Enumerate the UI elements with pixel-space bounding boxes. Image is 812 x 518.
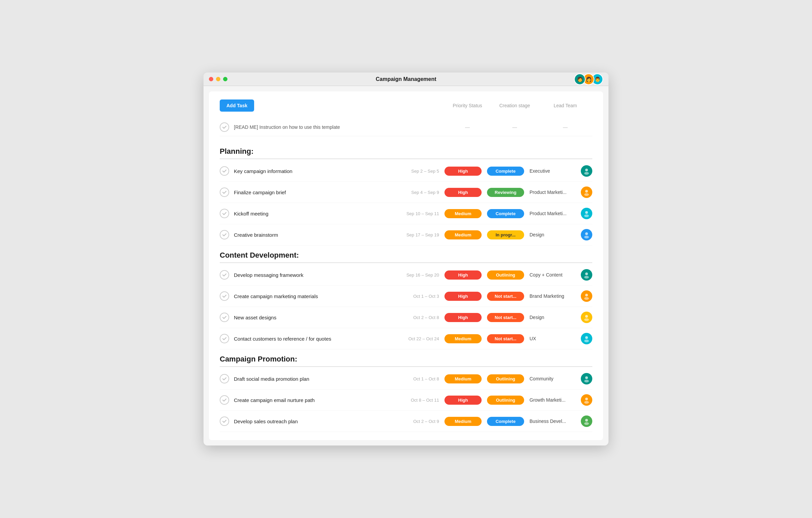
instruction-dashes: — — — — [444, 124, 592, 130]
priority-badge[interactable]: High — [444, 313, 482, 322]
status-badge[interactable]: Outlining — [487, 374, 524, 383]
task-name: Kickoff meeting — [234, 211, 390, 217]
table-row[interactable]: Create campaign email nurture path Oct 8… — [220, 390, 592, 411]
svg-point-11 — [584, 297, 589, 300]
svg-point-1 — [584, 172, 589, 175]
section-header-content-development: Content Development: — [220, 246, 592, 263]
table-row[interactable]: Create campaign marketing materials Oct … — [220, 286, 592, 307]
task-check-icon — [220, 166, 229, 176]
avatar — [581, 373, 592, 384]
status-badge[interactable]: Complete — [487, 417, 524, 426]
col-header-priority: Priority Status — [444, 103, 491, 108]
avatar — [581, 415, 592, 427]
priority-badge[interactable]: High — [444, 270, 482, 280]
avatar — [581, 208, 592, 219]
task-name: Creative brainstorm — [234, 232, 390, 238]
svg-point-16 — [585, 376, 588, 379]
priority-badge[interactable]: Medium — [444, 417, 482, 426]
svg-point-20 — [585, 419, 588, 422]
task-check-icon — [220, 270, 229, 280]
fullscreen-button[interactable] — [223, 77, 227, 81]
svg-point-3 — [584, 193, 589, 196]
priority-badge[interactable]: High — [444, 396, 482, 405]
avatar — [581, 290, 592, 302]
task-name: New asset designs — [234, 315, 390, 320]
table-row[interactable]: Finalize campaign brief Sep 4 – Sep 9 Hi… — [220, 182, 592, 203]
svg-point-7 — [584, 236, 589, 238]
status-badge[interactable]: Not start... — [487, 313, 524, 322]
avatar — [581, 229, 592, 240]
table-row[interactable]: New asset designs Oct 2 – Oct 8 High Not… — [220, 307, 592, 328]
svg-point-18 — [585, 398, 588, 400]
table-row[interactable]: Draft social media promotion plan Oct 1 … — [220, 368, 592, 390]
status-badge[interactable]: Complete — [487, 209, 524, 218]
instruction-check-icon — [220, 122, 229, 132]
task-dates: Oct 8 – Oct 11 — [390, 398, 444, 403]
status-badge[interactable]: Not start... — [487, 334, 524, 343]
svg-point-14 — [585, 336, 588, 339]
status-badge[interactable]: Not start... — [487, 292, 524, 301]
titlebar: Campaign Management 🧑 👩 👨 — [204, 73, 608, 86]
task-name: Key campaign information — [234, 168, 390, 174]
minimize-button[interactable] — [216, 77, 220, 81]
task-team: Community — [530, 376, 577, 381]
task-dates: Oct 22 – Oct 24 — [390, 336, 444, 341]
priority-badge[interactable]: Medium — [444, 334, 482, 343]
avatar — [581, 333, 592, 344]
task-dates: Oct 2 – Oct 8 — [390, 315, 444, 320]
task-check-icon — [220, 395, 229, 405]
priority-badge[interactable]: High — [444, 167, 482, 176]
svg-point-6 — [585, 232, 588, 235]
table-row[interactable]: Kickoff meeting Sep 10 – Sep 11 Medium C… — [220, 203, 592, 224]
status-badge[interactable]: Outlining — [487, 396, 524, 405]
dash-3: — — [538, 124, 592, 130]
svg-point-12 — [585, 315, 588, 318]
avatar — [581, 269, 592, 281]
instruction-text: [READ ME] Instruction on how to use this… — [234, 124, 444, 130]
add-task-button[interactable]: Add Task — [220, 99, 254, 112]
avatar — [581, 394, 592, 406]
task-team: Product Marketi... — [530, 190, 577, 195]
table-row[interactable]: Develop sales outreach plan Oct 2 – Oct … — [220, 411, 592, 432]
status-badge[interactable]: Complete — [487, 167, 524, 176]
task-check-icon — [220, 230, 229, 239]
task-dates: Sep 10 – Sep 11 — [390, 211, 444, 216]
table-row[interactable]: Key campaign information Sep 2 – Sep 5 H… — [220, 161, 592, 182]
section-header-planning: Planning: — [220, 142, 592, 159]
task-check-icon — [220, 374, 229, 383]
svg-point-8 — [585, 272, 588, 275]
traffic-lights — [209, 77, 227, 81]
avatar — [581, 312, 592, 323]
priority-badge[interactable]: High — [444, 292, 482, 301]
status-badge[interactable]: In progr... — [487, 230, 524, 239]
instruction-row: [READ ME] Instruction on how to use this… — [220, 118, 592, 136]
task-name: Contact customers to reference / for quo… — [234, 336, 390, 342]
priority-badge[interactable]: High — [444, 188, 482, 197]
task-team: Copy + Content — [530, 272, 577, 278]
dash-1: — — [444, 124, 491, 130]
task-name: Develop sales outreach plan — [234, 419, 390, 424]
task-dates: Oct 1 – Oct 3 — [390, 294, 444, 299]
table-row[interactable]: Creative brainstorm Sep 17 – Sep 19 Medi… — [220, 224, 592, 246]
task-check-icon — [220, 334, 229, 343]
priority-badge[interactable]: Medium — [444, 374, 482, 383]
svg-point-10 — [585, 294, 588, 296]
priority-badge[interactable]: Medium — [444, 209, 482, 218]
dash-2: — — [491, 124, 538, 130]
col-header-stage: Creation stage — [491, 103, 538, 108]
status-badge[interactable]: Outlining — [487, 270, 524, 280]
task-name: Draft social media promotion plan — [234, 376, 390, 382]
priority-badge[interactable]: Medium — [444, 230, 482, 239]
task-check-icon — [220, 188, 229, 197]
task-team: Design — [530, 315, 577, 320]
status-badge[interactable]: Reviewing — [487, 188, 524, 197]
svg-point-13 — [584, 318, 589, 321]
task-team: Brand Marketing — [530, 293, 577, 299]
close-button[interactable] — [209, 77, 213, 81]
svg-point-2 — [585, 190, 588, 193]
task-check-icon — [220, 416, 229, 426]
task-name: Finalize campaign brief — [234, 190, 390, 195]
table-row[interactable]: Develop messaging framework Sep 16 – Sep… — [220, 264, 592, 286]
window-title: Campaign Management — [376, 76, 436, 82]
table-row[interactable]: Contact customers to reference / for quo… — [220, 328, 592, 349]
